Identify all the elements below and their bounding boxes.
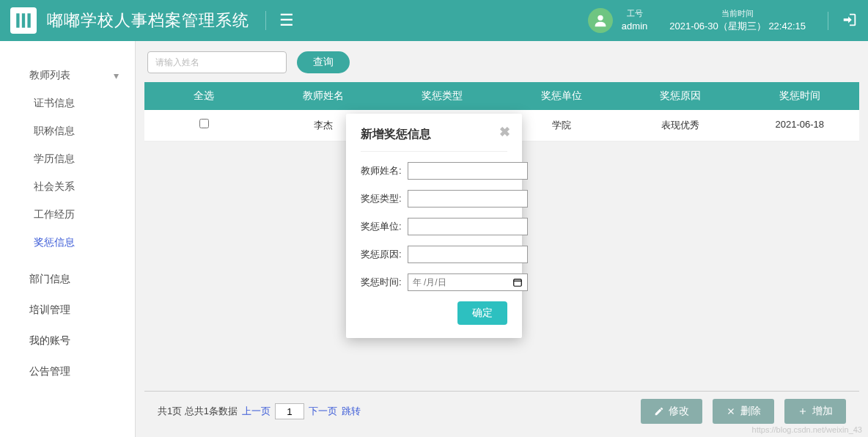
delete-button[interactable]: 删除: [713, 399, 774, 424]
pager-summary: 共1页 总共1条数据: [158, 405, 238, 418]
sidebar-item-training[interactable]: 培训管理: [0, 295, 135, 326]
pager-page-input[interactable]: [275, 403, 304, 419]
field-input-type[interactable]: [408, 190, 528, 208]
svg-rect-0: [16, 13, 19, 28]
app-logo: [10, 7, 37, 34]
hamburger-menu-icon[interactable]: ☰: [265, 11, 294, 30]
logout-icon: [842, 12, 858, 28]
th-unit: 奖惩单位: [502, 89, 622, 103]
sidebar-item-cert[interactable]: 证书信息: [0, 89, 135, 117]
clock-value: 2021-06-30（星期三） 22:42:15: [669, 20, 806, 33]
sidebar-item-reward[interactable]: 奖惩信息: [0, 229, 135, 257]
user-value: admin: [622, 20, 647, 33]
pager-next[interactable]: 下一页: [309, 405, 337, 418]
add-reward-modal: ✖ 新增奖惩信息 教师姓名: 奖惩类型: 奖惩单位: 奖惩原因: 奖惩时间: 确…: [346, 114, 522, 338]
cell-time: 2021-06-18: [740, 119, 860, 132]
chevron-down-icon: ▾: [114, 70, 119, 81]
th-select: 全选: [144, 89, 264, 103]
field-input-unit[interactable]: [408, 218, 528, 235]
clock: 当前时间 2021-06-30（星期三） 22:42:15: [669, 8, 806, 33]
user-icon: [592, 12, 608, 29]
top-bar: 嘟嘟学校人事档案管理系统 ☰ 工号 admin 当前时间 2021-06-30（…: [0, 0, 868, 41]
pager-jump[interactable]: 跳转: [342, 405, 361, 418]
logout-button[interactable]: [828, 12, 858, 30]
user-label: 工号: [627, 8, 643, 19]
watermark: https://blog.csdn.net/weixin_43: [752, 425, 862, 434]
modal-title: 新增奖惩信息: [361, 127, 507, 142]
sidebar-item-account[interactable]: 我的账号: [0, 326, 135, 356]
clock-label: 当前时间: [721, 8, 754, 19]
field-label-unit: 奖惩单位:: [361, 220, 402, 233]
sidebar-item-work[interactable]: 工作经历: [0, 201, 135, 229]
th-reason: 奖惩原因: [621, 89, 740, 103]
pager: 共1页 总共1条数据 上一页 下一页 跳转: [158, 403, 361, 419]
svg-rect-1: [22, 13, 25, 28]
sidebar-item-notice[interactable]: 公告管理: [0, 356, 135, 387]
field-label-reason: 奖惩原因:: [361, 248, 402, 261]
svg-rect-2: [27, 13, 30, 28]
field-input-time[interactable]: [408, 273, 528, 291]
th-name: 教师姓名: [264, 89, 383, 103]
edit-button[interactable]: 修改: [641, 399, 702, 424]
edit-icon: [654, 406, 664, 416]
field-label-time: 奖惩时间:: [361, 276, 402, 289]
modal-divider: [361, 151, 507, 152]
field-input-reason[interactable]: [408, 246, 528, 263]
th-type: 奖惩类型: [383, 89, 502, 103]
toolbar: 查询: [136, 41, 868, 79]
table-header: 全选 教师姓名 奖惩类型 奖惩单位 奖惩原因 奖惩时间: [144, 82, 859, 110]
add-button[interactable]: 增加: [784, 399, 846, 424]
sidebar-item-title[interactable]: 职称信息: [0, 117, 135, 145]
modal-ok-button[interactable]: 确定: [457, 301, 507, 325]
th-time: 奖惩时间: [740, 89, 860, 103]
row-checkbox[interactable]: [199, 119, 209, 128]
pager-prev[interactable]: 上一页: [242, 405, 271, 418]
action-buttons: 修改 删除 增加: [641, 399, 846, 424]
avatar: [588, 8, 613, 33]
app-title: 嘟嘟学校人事档案管理系统: [47, 10, 249, 32]
sidebar-item-edu[interactable]: 学历信息: [0, 145, 135, 173]
building-icon: [14, 11, 33, 30]
plus-icon: [798, 406, 808, 416]
sidebar-item-social[interactable]: 社会关系: [0, 173, 135, 201]
cell-reason: 表现优秀: [621, 119, 740, 132]
sidebar-item-teacher-list[interactable]: 教师列表 ▾: [0, 62, 135, 89]
field-input-name[interactable]: [408, 162, 528, 180]
query-button[interactable]: 查询: [297, 51, 350, 73]
sidebar-item-dept[interactable]: 部门信息: [0, 264, 135, 295]
user-chip[interactable]: 工号 admin: [588, 8, 647, 33]
field-label-type: 奖惩类型:: [361, 192, 402, 205]
sidebar-header-label: 教师列表: [29, 69, 70, 82]
sidebar: 教师列表 ▾ 证书信息 职称信息 学历信息 社会关系 工作经历 奖惩信息 部门信…: [0, 41, 136, 437]
svg-point-3: [597, 15, 603, 21]
field-label-name: 教师姓名:: [361, 164, 402, 177]
modal-close-button[interactable]: ✖: [499, 124, 510, 140]
close-icon: [726, 406, 736, 416]
search-input[interactable]: [147, 51, 287, 73]
